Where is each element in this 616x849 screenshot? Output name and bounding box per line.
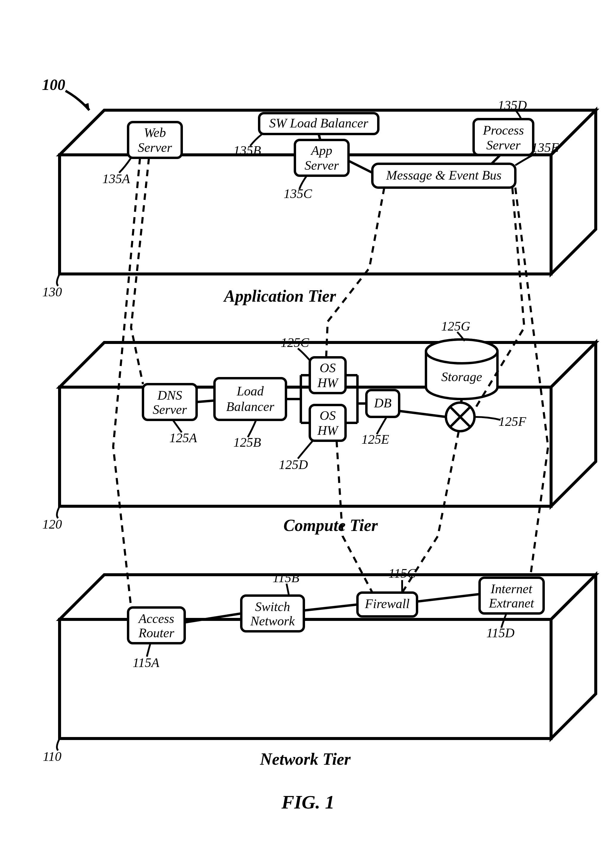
ref-135E: 135E [531,140,559,155]
svg-text:SW Load Balancer: SW Load Balancer [269,116,368,130]
ref-115A: 115A [133,655,160,670]
web-server-box: Web Server [128,122,182,158]
svg-text:OS: OS [320,360,336,375]
sw-load-balancer-box: SW Load Balancer [259,113,378,134]
ref-125B: 125B [234,435,261,450]
os-hw-top-box: OS HW [310,357,346,393]
internet-extranet-box: Internet Extranet [480,578,544,614]
svg-text:Message & Event Bus: Message & Event Bus [386,168,501,183]
svg-text:HW: HW [317,423,339,438]
os-hw-bottom-box: OS HW [310,405,346,441]
svg-text:Firewall: Firewall [365,596,410,611]
svg-text:Server: Server [138,140,173,155]
application-tier-title: Application Tier [223,287,336,305]
ref-135B: 135B [234,143,261,158]
db-box: DB [366,390,399,417]
svg-text:Server: Server [486,138,521,152]
svg-text:Server: Server [153,402,187,417]
network-tier-title: Network Tier [260,750,351,768]
svg-text:DNS: DNS [157,388,182,403]
svg-line-22 [197,401,215,402]
switch-symbol [446,403,474,431]
svg-text:Switch: Switch [255,599,290,614]
svg-text:Balancer: Balancer [226,399,274,414]
app-server-box: App Server [295,140,349,176]
ref-115B: 115B [273,570,299,585]
compute-tier-title: Compute Tier [283,516,378,535]
slab-ref-110: 110 [43,749,62,764]
ref-125E: 125E [362,432,389,447]
svg-text:HW: HW [317,375,339,390]
access-router-box: Access Router [128,608,185,643]
figure-caption: FIG. 1 [281,791,334,813]
process-server-box: Process Server [474,119,533,155]
dns-server-box: DNS Server [143,384,197,420]
svg-text:Load: Load [237,384,264,398]
ref-125A: 125A [170,430,197,445]
message-event-bus-box: Message & Event Bus [372,164,515,188]
svg-point-40 [426,340,497,363]
svg-text:Router: Router [138,626,175,640]
svg-text:DB: DB [374,396,392,410]
svg-text:Process: Process [483,123,524,138]
svg-line-46 [461,399,462,403]
svg-text:Access: Access [138,611,174,626]
svg-text:Storage: Storage [441,369,482,384]
overall-ref: 100 [42,76,65,93]
slab-ref-130: 130 [42,285,62,299]
svg-text:Network: Network [250,614,295,629]
slab-ref-120: 120 [42,517,62,532]
svg-text:Extranet: Extranet [489,596,534,611]
svg-text:Server: Server [305,158,339,173]
ref-125G: 125G [441,319,470,334]
ref-135D: 135D [498,98,527,113]
svg-line-8 [319,134,320,140]
ref-135A: 135A [103,171,130,186]
ref-115D: 115D [486,626,515,640]
storage-cylinder: Storage [426,340,497,399]
svg-text:App: App [310,143,333,158]
ref-135C: 135C [283,186,312,201]
switch-network-box: Switch Network [241,596,304,631]
ref-125F: 125F [499,414,527,429]
ref-125D: 125D [279,457,308,472]
firewall-box: Firewall [358,593,417,617]
load-balancer-box: Load Balancer [215,378,286,420]
svg-text:OS: OS [320,408,336,423]
svg-text:Internet: Internet [490,582,532,596]
svg-text:Web: Web [144,125,166,140]
ref-125C: 125C [280,335,309,350]
